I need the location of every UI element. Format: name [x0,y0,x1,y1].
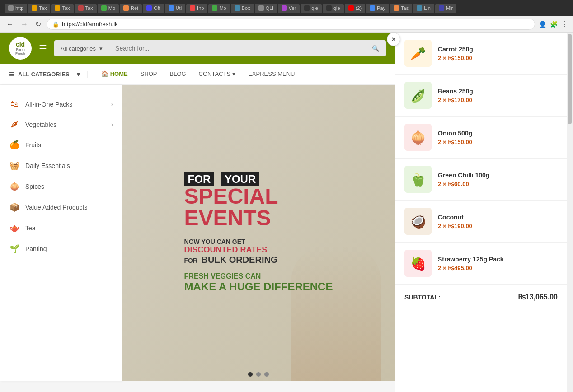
sidebar-label-value-added: Value Added Products [25,204,88,211]
browser-tabs: http Tax Tax Tax Mo Ret Off Uti Inp Mo B… [0,0,573,16]
coconut-qty: 2 × ₨190.00 [438,223,558,229]
site-nav: ☰ ALL CATEGORIES ▾ 🏠 HOME SHOP BLOG CONT… [0,64,395,85]
currency-icon: ₨ [448,55,454,61]
scrollbar-thumb[interactable] [568,34,572,124]
tab-2[interactable]: Tax [51,4,73,13]
subtotal-label: SUBTOTAL: [404,294,441,301]
sidebar-label-fruits: Fruits [25,141,41,149]
search-icon: 🔍 [372,45,380,52]
banner-area: FOR YOUR SPECIAL EVENTS NOW YOU CAN GET … [122,85,395,381]
tab-19[interactable]: Mir [435,4,456,13]
sidebar-item-daily-essentials[interactable]: 🧺 Daily Essentials [0,155,122,176]
refresh-button[interactable]: ↻ [33,18,43,30]
banner-accent2: MAKE A HUGE DIFFERENCE [184,280,333,293]
sidebar-item-spices[interactable]: 🧅 Spices [0,176,122,197]
tab-13[interactable]: qle [301,4,322,13]
cart-item-coconut: 🥥 Coconut 2 × ₨190.00 [395,201,567,243]
sidebar-item-all-in-one[interactable]: 🛍 All-in-One Packs › [0,94,122,114]
subtotal-currency: ₨ [518,293,526,301]
banner-dot-1[interactable] [248,372,253,377]
all-in-one-icon: 🛍 [9,99,20,109]
nav-contacts[interactable]: CONTACTS ▾ [193,64,242,84]
onion-name: Onion 500g [438,130,558,137]
tab-9[interactable]: Mo [208,4,230,13]
tab-10[interactable]: Box [231,4,254,13]
cart-subtotal: SUBTOTAL: ₨13,065.00 [395,285,567,308]
coconut-name: Coconut [438,214,558,221]
cart-container: × 🥕 Carrot 250g 2 × ₨150.00 🫛 [395,33,573,392]
onion-qty: 2 × ₨150.00 [438,139,558,145]
cart-close-button[interactable]: × [387,33,400,46]
cart-item-green-chilli: 🫑 Green Chilli 100g 2 × ₨60.00 [395,159,567,201]
site-logo[interactable]: cld Farm Fresh [9,37,32,60]
tea-icon: 🫖 [9,223,20,233]
coconut-image: 🥥 [404,208,432,235]
tab-0[interactable]: http [5,4,27,13]
site-header: cld Farm Fresh ☰ All categories ▾ 🔍 [0,33,395,64]
forward-button[interactable]: → [19,19,30,30]
tab-17[interactable]: Tas [390,4,412,13]
green-chilli-qty: 2 × ₨60.00 [438,181,558,187]
strawberry-name: Strawberry 125g Pack [438,256,558,263]
contacts-chevron-icon: ▾ [232,70,235,77]
nav-home[interactable]: 🏠 HOME [95,64,134,84]
sidebar-item-vegetables[interactable]: 🌶 Vegetables › [0,114,122,135]
nav-blog[interactable]: BLOG [163,64,192,84]
strawberry-qty: 2 × ₨495.00 [438,265,558,271]
onion-info: Onion 500g 2 × ₨150.00 [438,130,558,145]
tab-6[interactable]: Off [143,4,164,13]
back-button[interactable]: ← [5,19,15,30]
beans-image: 🫛 [404,82,432,109]
tab-1[interactable]: Tax [28,4,50,13]
tab-7[interactable]: Uti [165,4,185,13]
banner-dot-3[interactable] [264,372,269,377]
banner-sub1: NOW YOU CAN GET [184,238,333,245]
green-chilli-name: Green Chilli 100g [438,172,558,179]
address-bar[interactable]: 🔒 https://cldfarmfresh.lk [47,19,535,30]
banner-sub2: DISCOUNTED RATES [184,245,333,255]
extensions-button[interactable]: 🧩 [550,21,558,28]
tab-18[interactable]: Lin [413,4,434,13]
hamburger-button[interactable]: ☰ [39,43,47,54]
nav-express-menu[interactable]: EXPRESS MENU [242,64,301,84]
tab-8[interactable]: Inp [186,4,207,13]
tab-16[interactable]: Pay [366,4,389,13]
carrot-qty: 2 × ₨150.00 [438,55,558,61]
sidebar: 🛍 All-in-One Packs › 🌶 Vegetables › 🍊 Fr… [0,85,122,381]
cart-scrollbar[interactable] [567,33,573,392]
search-button[interactable]: 🔍 [366,40,386,56]
tab-15[interactable]: (2) [345,4,365,13]
banner-sub3: FOR [184,257,198,264]
banner-dot-2[interactable] [256,372,261,377]
tab-5[interactable]: Ret [120,4,142,13]
nav-shop[interactable]: SHOP [134,64,164,84]
tab-14[interactable]: qle [323,4,344,13]
sidebar-item-value-added[interactable]: 📦 Value Added Products [0,197,122,218]
nav-all-categories[interactable]: ☰ ALL CATEGORIES ▾ [9,71,88,78]
banner-sub4: BULK ORDERING [202,255,278,265]
sidebar-label-panting: Panting [25,245,47,252]
category-label: All categories [61,45,96,52]
nav-links: 🏠 HOME SHOP BLOG CONTACTS ▾ EXPRESS MENU [95,64,301,84]
home-icon: 🏠 [101,70,108,77]
carrot-image: 🥕 [404,40,432,67]
category-select[interactable]: All categories ▾ [54,40,109,56]
menu-button[interactable]: ⋮ [561,20,568,28]
vegetables-icon: 🌶 [9,120,20,129]
tab-3[interactable]: Tax [75,4,97,13]
sidebar-item-fruits[interactable]: 🍊 Fruits [0,135,122,155]
green-chilli-image: 🫑 [404,166,432,193]
tab-11[interactable]: QLi [255,4,277,13]
coconut-info: Coconut 2 × ₨190.00 [438,214,558,229]
carrot-info: Carrot 250g 2 × ₨150.00 [438,46,558,61]
all-categories-label: ALL CATEGORIES [18,71,70,78]
tab-4[interactable]: Mo [98,4,119,13]
green-chilli-info: Green Chilli 100g 2 × ₨60.00 [438,172,558,187]
search-input[interactable] [109,40,366,56]
sidebar-item-tea[interactable]: 🫖 Tea [0,218,122,238]
sidebar-item-panting[interactable]: 🌱 Panting [0,238,122,259]
fruits-icon: 🍊 [9,140,20,150]
chevron-down-icon: ▾ [99,45,103,52]
profile-button[interactable]: 👤 [539,21,546,28]
tab-12[interactable]: Ver [278,4,300,13]
